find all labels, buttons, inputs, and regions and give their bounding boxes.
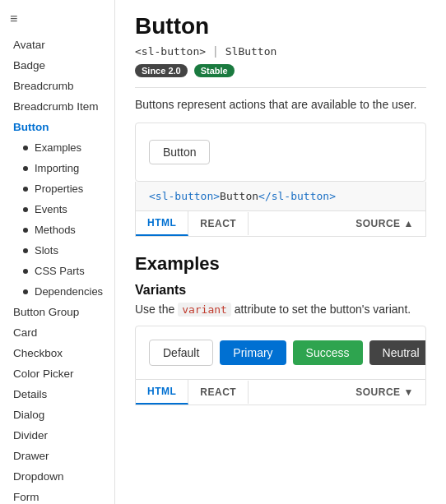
sidebar-item-label: Importing (35, 162, 79, 174)
sidebar-item-label: Button Group (13, 306, 79, 318)
sidebar-item-label: Slots (35, 244, 58, 257)
sidebar-item-label: Card (13, 326, 37, 339)
sidebar-item-label: Examples (35, 141, 81, 154)
badge-since: Since 2.0 (135, 64, 188, 77)
sidebar-item-breadcrumb-item[interactable]: Breadcrumb Item (0, 96, 114, 117)
bullet-icon (23, 187, 28, 192)
variant-demo-box: Default Primary Success Neutral Warning … (135, 326, 426, 380)
html-tag: <sl-button> (135, 45, 206, 58)
sidebar-item-label: Dependencies (35, 285, 103, 298)
variant-code: variant (178, 303, 231, 317)
sidebar-item-checkbox[interactable]: Checkbox (0, 343, 114, 363)
badge-stable: Stable (194, 64, 235, 77)
sidebar-item-events[interactable]: Events (0, 199, 114, 220)
bullet-icon (23, 166, 28, 171)
tab-html-bottom[interactable]: HTML (136, 380, 188, 405)
tab-react[interactable]: REACT (188, 212, 249, 235)
main-content: Button <sl-button> | SlButton Since 2.0 … (115, 0, 446, 504)
sidebar-item-importing[interactable]: Importing (0, 158, 114, 178)
sidebar-item-label: CSS Parts (35, 265, 85, 277)
sidebar-item-form[interactable]: Form (0, 487, 114, 504)
variants-title: Variants (135, 283, 426, 298)
sidebar-item-label: Color Picker (13, 368, 74, 380)
sidebar-item-label: Divider (13, 429, 48, 442)
sidebar-item-label: Methods (35, 224, 76, 236)
sidebar-item-label: Checkbox (13, 347, 63, 359)
sidebar-item-css-parts[interactable]: CSS Parts (0, 261, 114, 281)
code-block: <sl-button>Button</sl-button> (135, 182, 426, 211)
description: Buttons represent actions that are avail… (135, 98, 426, 111)
sidebar-item-dialog[interactable]: Dialog (0, 405, 114, 425)
sidebar-item-slots[interactable]: Slots (0, 240, 114, 261)
sidebar-item-badge[interactable]: Badge (0, 55, 114, 76)
variant-description: Use the variant attribute to set the but… (135, 303, 426, 316)
sidebar-item-dropdown[interactable]: Dropdown (0, 466, 114, 487)
bullet-icon (23, 207, 28, 212)
bullet-icon (23, 228, 28, 233)
btn-primary[interactable]: Primary (220, 340, 286, 365)
examples-title: Examples (135, 253, 426, 275)
btn-success[interactable]: Success (293, 340, 363, 365)
sidebar-item-button-group[interactable]: Button Group (0, 302, 114, 322)
sidebar: ≡ AvatarBadgeBreadcrumbBreadcrumb ItemBu… (0, 0, 115, 504)
tabs-bar-bottom: HTML REACT SOURCE ▼ (135, 380, 426, 405)
sidebar-item-label: Breadcrumb (13, 80, 74, 92)
sidebar-item-details[interactable]: Details (0, 384, 114, 405)
code-open-tag: <sl-button> (149, 190, 220, 202)
tab-source-top[interactable]: SOURCE ▲ (344, 212, 425, 235)
sidebar-item-label: Dropdown (13, 470, 64, 483)
btn-neutral[interactable]: Neutral (369, 340, 426, 365)
tag-row: <sl-button> | SlButton (135, 44, 426, 58)
tab-react-bottom[interactable]: REACT (188, 381, 249, 404)
badge-row: Since 2.0 Stable (135, 64, 426, 77)
sidebar-item-label: Dialog (13, 409, 44, 421)
sidebar-item-label: Details (13, 388, 47, 400)
code-close-tag: </sl-button> (258, 190, 336, 202)
sidebar-item-examples[interactable]: Examples (0, 137, 114, 158)
sidebar-item-divider[interactable]: Divider (0, 425, 114, 446)
demo-box: Button (135, 123, 426, 182)
tab-source-bottom[interactable]: SOURCE ▼ (344, 381, 425, 404)
sidebar-item-button[interactable]: Button (0, 117, 114, 137)
bullet-icon (23, 289, 28, 294)
divider-top (135, 87, 426, 88)
tag-separator: | (214, 44, 217, 58)
sidebar-item-dependencies[interactable]: Dependencies (0, 281, 114, 302)
sidebar-item-drawer[interactable]: Drawer (0, 446, 114, 466)
bullet-icon (23, 248, 28, 253)
demo-button[interactable]: Button (149, 140, 210, 164)
page-title: Button (135, 13, 426, 39)
variant-desc-prefix: Use the (135, 303, 174, 316)
sidebar-item-label: Breadcrumb Item (13, 100, 99, 113)
sidebar-item-methods[interactable]: Methods (0, 220, 114, 240)
sidebar-item-label: Form (13, 491, 39, 503)
sidebar-item-label: Properties (35, 183, 83, 195)
sidebar-item-avatar[interactable]: Avatar (0, 35, 114, 55)
sidebar-item-label: Avatar (13, 39, 45, 51)
code-content: Button (220, 190, 258, 202)
sidebar-item-properties[interactable]: Properties (0, 178, 114, 199)
sidebar-item-label: Drawer (13, 450, 49, 462)
sidebar-item-label: Badge (13, 59, 45, 72)
bullet-icon (23, 146, 28, 150)
bullet-icon (23, 269, 28, 274)
btn-default[interactable]: Default (149, 340, 213, 366)
tab-html[interactable]: HTML (136, 211, 188, 236)
variant-desc-suffix: attribute to set the button's variant. (235, 303, 411, 316)
sidebar-item-label: Button (13, 121, 49, 133)
tabs-bar-top: HTML REACT SOURCE ▲ (135, 211, 426, 237)
sidebar-item-color-picker[interactable]: Color Picker (0, 363, 114, 384)
sidebar-item-breadcrumb[interactable]: Breadcrumb (0, 76, 114, 96)
js-tag: SlButton (225, 45, 277, 58)
sidebar-item-label: Events (35, 203, 67, 215)
menu-icon[interactable]: ≡ (10, 12, 17, 26)
sidebar-item-card[interactable]: Card (0, 322, 114, 343)
